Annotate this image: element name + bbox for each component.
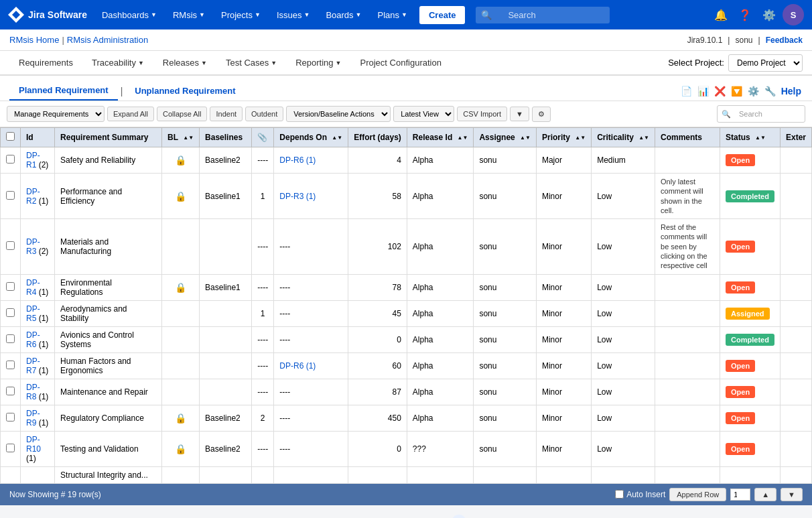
row-comments-cell[interactable] <box>655 405 720 431</box>
notifications-button[interactable]: 🔔 <box>710 4 732 25</box>
row-checkbox[interactable] <box>6 334 15 343</box>
depends-on-link[interactable]: DP-R3 (1) <box>279 192 316 201</box>
col-header-assignee[interactable]: Assignee ▲▼ <box>474 128 537 147</box>
row-count-input[interactable] <box>730 489 750 501</box>
row-comments-cell[interactable] <box>655 352 720 379</box>
nav-dashboards[interactable]: Dashboards ▼ <box>95 0 163 29</box>
row-checkbox[interactable] <box>6 282 15 291</box>
collapse-all-button[interactable]: Collapse All <box>157 107 207 121</box>
row-comments-cell[interactable] <box>655 379 720 405</box>
decrement-button[interactable]: ▼ <box>781 488 803 501</box>
col-header-comments[interactable]: Comments <box>655 128 720 147</box>
depends-sort-arrows: ▲▼ <box>332 135 342 141</box>
col-header-effort[interactable]: Effort (days) <box>348 128 407 147</box>
tab-planned-requirement[interactable]: Planned Requirement <box>9 81 118 101</box>
requirement-id-link[interactable]: DP-R10 <box>26 435 41 454</box>
col-header-id[interactable]: Id <box>21 128 55 147</box>
latest-view-dropdown[interactable]: Latest View <box>393 106 454 122</box>
col-header-priority[interactable]: Priority ▲▼ <box>536 128 591 147</box>
version-baseline-dropdown[interactable]: Version/Baseline Actions <box>286 106 391 122</box>
nav-releases[interactable]: Releases ▼ <box>153 51 216 76</box>
filter-icon[interactable]: 🔽 <box>730 84 744 98</box>
row-comments-cell[interactable] <box>655 147 720 174</box>
select-all-checkbox[interactable] <box>6 132 15 141</box>
col-header-depends-on[interactable]: Depends On ▲▼ <box>274 128 348 147</box>
rmsis-admin-link[interactable]: RMsis Administration <box>67 35 148 45</box>
column-settings-button[interactable]: ⚙ <box>532 107 551 122</box>
expand-all-button[interactable]: Expand All <box>107 107 154 121</box>
toolbar-search-input[interactable] <box>734 107 801 121</box>
increment-button[interactable]: ▲ <box>754 488 776 501</box>
requirement-id-link[interactable]: DP-R2 <box>26 187 40 206</box>
nav-boards[interactable]: Boards ▼ <box>319 0 368 29</box>
delete-icon[interactable]: ❌ <box>713 84 727 98</box>
manage-requirements-dropdown[interactable]: Manage Requirements <box>7 106 105 122</box>
logo[interactable]: Jira Software <box>8 7 87 23</box>
col-header-release-id[interactable]: Release Id ▲▼ <box>407 128 474 147</box>
help2-icon[interactable]: Help <box>780 84 803 98</box>
nav-projects[interactable]: Projects ▼ <box>214 0 267 29</box>
col-header-summary[interactable]: Requirement Summary <box>55 128 162 147</box>
nav-traceability[interactable]: Traceability ▼ <box>82 51 153 76</box>
tools-icon[interactable]: 🔧 <box>763 84 777 98</box>
row-checkbox[interactable] <box>6 308 15 317</box>
requirement-id-link[interactable]: DP-R8 <box>26 383 40 401</box>
depends-on-link[interactable]: DP-R6 (1) <box>279 155 316 165</box>
row-checkbox[interactable] <box>6 387 15 395</box>
nav-issues[interactable]: Issues ▼ <box>270 0 317 29</box>
row-checkbox[interactable] <box>6 361 15 369</box>
row-checkbox[interactable] <box>6 241 15 250</box>
outdent-button[interactable]: Outdent <box>245 107 283 121</box>
rmsis-home-link[interactable]: RMsis Home <box>9 35 59 45</box>
requirement-id-link[interactable]: DP-R9 <box>26 409 40 428</box>
col-header-baselines[interactable]: Baselines <box>200 128 252 147</box>
append-row-button[interactable]: Append Row <box>669 488 726 501</box>
row-checkbox[interactable] <box>6 444 15 452</box>
row-checkbox[interactable] <box>6 191 15 200</box>
row-comments-cell[interactable] <box>655 300 720 326</box>
help-button[interactable]: ❓ <box>734 4 756 25</box>
feedback-link[interactable]: Feedback <box>766 36 803 45</box>
depends-on-link[interactable]: DP-R6 (1) <box>279 361 316 371</box>
nav-plans[interactable]: Plans ▼ <box>371 0 414 29</box>
requirement-id-link[interactable]: DP-R1 <box>26 151 40 170</box>
row-comments-cell[interactable] <box>655 326 720 352</box>
nav-reporting[interactable]: Reporting ▼ <box>286 51 350 76</box>
filter-options-button[interactable]: ▼ <box>510 107 529 121</box>
nav-project-configuration[interactable]: Project Configuration <box>351 51 451 76</box>
col-header-bl[interactable]: BL ▲▼ <box>162 128 200 147</box>
row-comments-cell[interactable] <box>655 274 720 300</box>
auto-insert-checkbox[interactable] <box>615 490 624 499</box>
requirement-id-link[interactable]: DP-R4 <box>26 278 40 297</box>
requirement-id-link[interactable]: DP-R7 <box>26 357 40 375</box>
row-checkbox[interactable] <box>6 413 15 422</box>
requirement-id-link[interactable]: DP-R6 <box>26 330 40 349</box>
create-button[interactable]: Create <box>419 6 465 24</box>
requirement-id-link[interactable]: DP-R3 <box>26 237 40 256</box>
row-checkbox[interactable] <box>6 155 15 164</box>
settings-button[interactable]: ⚙️ <box>758 4 780 25</box>
row-comments-cell[interactable]: Only latest comment will shown in the ce… <box>655 174 720 219</box>
nav-rmsis[interactable]: RMsis ▼ <box>166 0 212 29</box>
settings2-icon[interactable]: ⚙️ <box>746 84 760 98</box>
requirement-id-link[interactable]: DP-R5 <box>26 304 40 323</box>
indent-button[interactable]: Indent <box>210 107 243 121</box>
user-avatar[interactable]: S <box>783 4 804 25</box>
row-summary-cell: Aerodynamics and Stability <box>55 300 162 326</box>
row-comments-cell[interactable] <box>655 466 720 483</box>
tab-unplanned-requirement[interactable]: Unplanned Requirement <box>125 82 245 100</box>
nav-test-cases[interactable]: Test Cases ▼ <box>216 51 286 76</box>
project-dropdown[interactable]: Demo Project <box>728 54 803 72</box>
csv-import-button[interactable]: CSV Import <box>457 107 507 121</box>
col-header-status[interactable]: Status ▲▼ <box>720 128 781 147</box>
row-release-cell: Alpha <box>407 274 474 300</box>
col-header-attach[interactable]: 📎 <box>252 128 274 147</box>
col-header-extra[interactable]: Exter <box>780 128 811 147</box>
nav-requirements[interactable]: Requirements <box>9 51 82 76</box>
col-header-criticality[interactable]: Criticality ▲▼ <box>592 128 655 147</box>
excel-export-icon[interactable]: 📊 <box>696 84 710 98</box>
row-comments-cell[interactable] <box>655 431 720 466</box>
pdf-export-icon[interactable]: 📄 <box>679 84 693 98</box>
row-comments-cell[interactable]: Rest of the comments will be seen by cli… <box>655 219 720 274</box>
top-search-input[interactable] <box>501 7 599 23</box>
